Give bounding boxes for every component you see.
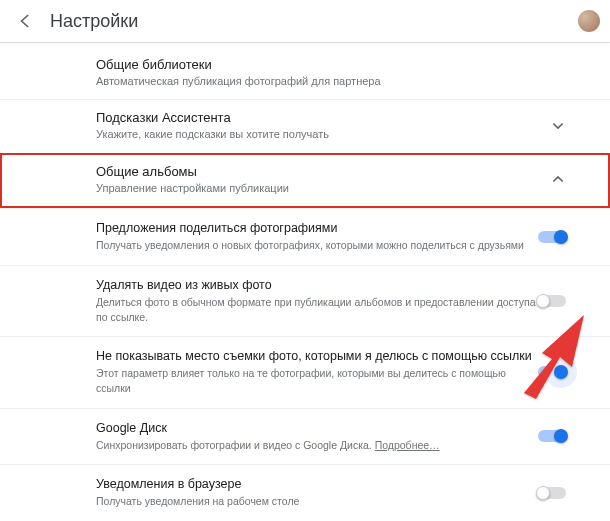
section-assistant-hints[interactable]: Подсказки Ассистента Укажите, какие подс…: [0, 99, 610, 152]
row-subtitle: Этот параметр влияет только на те фотогр…: [96, 366, 538, 395]
row-subtitle: Делиться фото в обычном формате при публ…: [96, 295, 538, 324]
row-subtitle: Получать уведомления о новых фотографиях…: [96, 238, 538, 253]
section-subtitle: Укажите, какие подсказки вы хотите получ…: [96, 127, 572, 142]
row-google-drive: Google Диск Синхронизировать фотографии …: [0, 408, 610, 465]
avatar[interactable]: [578, 10, 600, 32]
toggle-remove-live-video[interactable]: [538, 295, 566, 307]
app-header: Настройки: [0, 0, 610, 43]
section-title: Общие библиотеки: [96, 57, 572, 72]
row-subtitle: Синхронизировать фотографии и видео с Go…: [96, 438, 538, 453]
back-button[interactable]: [12, 7, 40, 35]
row-browser-notifications: Уведомления в браузере Получать уведомле…: [0, 464, 610, 521]
page-title: Настройки: [50, 11, 578, 32]
row-hide-location: Не показывать место съемки фото, которым…: [0, 336, 610, 407]
section-subtitle: Управление настройками публикации: [96, 181, 572, 196]
section-shared-albums[interactable]: Общие альбомы Управление настройками пуб…: [0, 153, 610, 208]
settings-content: Общие библиотеки Автоматическая публикац…: [0, 43, 610, 521]
toggle-google-drive[interactable]: [538, 430, 566, 442]
row-title: Предложения поделиться фотографиями: [96, 221, 538, 235]
toggle-browser-notifications[interactable]: [538, 487, 566, 499]
section-shared-libraries[interactable]: Общие библиотеки Автоматическая публикац…: [0, 43, 610, 99]
row-title: Google Диск: [96, 421, 538, 435]
section-title: Подсказки Ассистента: [96, 110, 572, 125]
chevron-down-icon: [550, 117, 566, 136]
arrow-left-icon: [17, 12, 35, 30]
row-share-suggestions: Предложения поделиться фотографиями Полу…: [0, 208, 610, 265]
row-title: Уведомления в браузере: [96, 477, 538, 491]
chevron-up-icon: [550, 171, 566, 190]
row-title: Не показывать место съемки фото, которым…: [96, 349, 538, 363]
section-subtitle: Автоматическая публикация фотографий для…: [96, 74, 572, 89]
learn-more-link[interactable]: Подробнее…: [375, 439, 440, 451]
row-subtitle-text: Синхронизировать фотографии и видео с Go…: [96, 439, 375, 451]
toggle-share-suggestions[interactable]: [538, 231, 566, 243]
section-title: Общие альбомы: [96, 164, 572, 179]
toggle-hide-location[interactable]: [538, 366, 566, 378]
row-remove-live-video: Удалять видео из живых фото Делиться фот…: [0, 265, 610, 336]
row-title: Удалять видео из живых фото: [96, 278, 538, 292]
row-subtitle: Получать уведомления на рабочем столе: [96, 494, 538, 509]
